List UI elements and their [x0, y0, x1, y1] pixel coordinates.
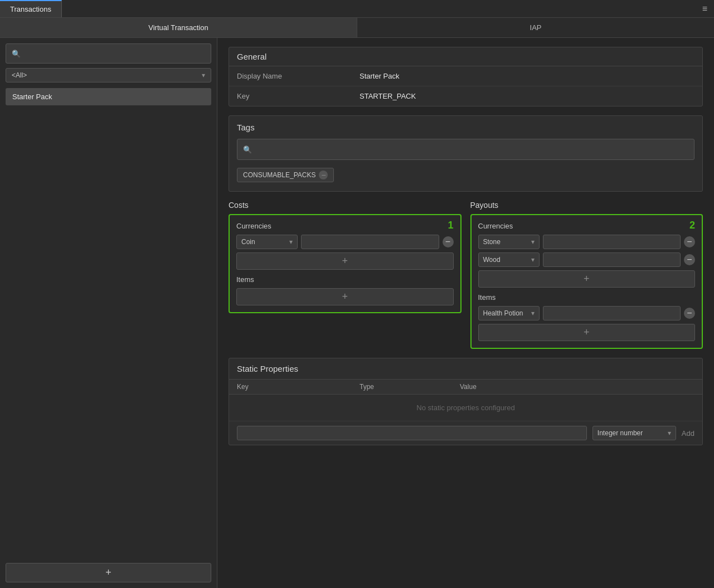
costs-block: Costs 1 Currencies Coin ▾ [229, 201, 462, 349]
payouts-item-amount-0[interactable]: 10 [543, 306, 681, 320]
general-section: General Display Name Starter Pack Key [229, 47, 703, 106]
costs-label: Costs [229, 201, 462, 210]
payouts-item-row-0: Health Potion ▾ 10 − [478, 306, 696, 320]
payouts-block: Payouts 2 Currencies Stone ▾ [470, 201, 703, 349]
chevron-down-icon: ▾ [531, 256, 535, 264]
tag-chip-label: CONSUMABLE_PACKS [243, 171, 315, 179]
static-add-button[interactable]: Add [682, 429, 694, 438]
display-name-value: Starter Pack [352, 66, 702, 86]
static-col-value-header: Value [452, 383, 702, 391]
payouts-currency-select-1[interactable]: Wood ▾ [478, 252, 540, 267]
search-icon: 🔍 [12, 50, 21, 58]
general-section-title: General [229, 47, 702, 66]
payouts-label: Payouts [470, 201, 703, 210]
costs-currency-amount-0[interactable]: 100 [301, 235, 439, 249]
tags-section: Tags 🔍 CONSUMABLE_PACKS − [229, 115, 703, 192]
static-empty-message: No static properties configured [229, 395, 702, 421]
costs-currency-row-0: Coin ▾ 100 − [236, 235, 454, 249]
costs-block-number: 1 [448, 220, 453, 231]
tag-chip-consumable-packs: CONSUMABLE_PACKS − [237, 168, 334, 182]
costs-items-add-button[interactable]: + [236, 288, 454, 305]
chevron-down-icon: ▾ [668, 429, 671, 437]
payouts-currency-row-0: Stone ▾ 5000 − [478, 235, 696, 249]
sidebar-footer: + [6, 563, 211, 582]
sidebar-filter[interactable]: <All> ▾ [6, 68, 211, 82]
main-layout: 🔍 <All> ▾ Starter Pack + General Di [0, 38, 714, 588]
static-properties-title: Static Properties [229, 358, 702, 380]
tags-section-title: Tags [237, 123, 694, 132]
general-row-display-name: Display Name Starter Pack [229, 66, 702, 86]
static-properties-section: Static Properties Key Type Value No stat… [229, 358, 703, 445]
costs-currency-remove-0[interactable]: − [443, 236, 454, 247]
title-bar: Transactions ≡ [0, 0, 714, 18]
sidebar-search-input[interactable] [24, 47, 205, 60]
chevron-down-icon: ▾ [202, 71, 205, 79]
transactions-tab[interactable]: Transactions [0, 0, 62, 17]
payouts-inner: 2 Currencies Stone ▾ 5000 − [470, 214, 703, 349]
static-footer: Integer number ▾ Add [229, 421, 702, 445]
sidebar-item-starter-pack[interactable]: Starter Pack [6, 88, 211, 105]
title-bar-menu[interactable]: ≡ [702, 0, 714, 17]
display-name-label: Display Name [229, 66, 352, 86]
sidebar-search-container: 🔍 [6, 43, 211, 64]
payouts-item-remove-0[interactable]: − [684, 308, 695, 319]
tag-remove-button[interactable]: − [319, 171, 328, 179]
payouts-currency-add-button[interactable]: + [478, 270, 696, 288]
payouts-block-number: 2 [689, 220, 695, 231]
tab-iap[interactable]: IAP [357, 18, 714, 37]
payouts-currency-remove-1[interactable]: − [684, 254, 695, 265]
tags-search-input[interactable] [255, 143, 688, 156]
costs-currency-add-button[interactable]: + [236, 252, 454, 270]
payouts-currency-select-0[interactable]: Stone ▾ [478, 235, 540, 249]
costs-payouts-row: Costs 1 Currencies Coin ▾ [229, 201, 703, 349]
chevron-down-icon: ▾ [531, 309, 535, 317]
payouts-currency-row-1: Wood ▾ 10000 − [478, 252, 696, 267]
add-transaction-button[interactable]: + [6, 563, 211, 582]
general-row-key: Key STARTER_PACK [229, 86, 702, 106]
main-content: General Display Name Starter Pack Key [217, 38, 714, 588]
static-table-header: Key Type Value [229, 380, 702, 395]
static-type-select[interactable]: Integer number ▾ [592, 426, 676, 440]
main-tabs: Virtual Transaction IAP [0, 18, 714, 38]
sidebar: 🔍 <All> ▾ Starter Pack + [0, 38, 217, 588]
static-col-key-header: Key [229, 383, 352, 391]
tags-search-icon: 🔍 [243, 145, 252, 154]
sidebar-item-label: Starter Pack [12, 93, 52, 101]
menu-icon: ≡ [702, 4, 707, 14]
filter-value: <All> [12, 71, 27, 79]
general-table: Display Name Starter Pack Key STARTER_PA… [229, 66, 702, 106]
payouts-currency-amount-1[interactable]: 10000 [543, 252, 681, 267]
chevron-down-icon: ▾ [531, 238, 535, 246]
title-tab-label: Transactions [10, 5, 51, 13]
payouts-currency-remove-0[interactable]: − [684, 236, 695, 247]
chevron-down-icon: ▾ [289, 238, 293, 246]
costs-inner: 1 Currencies Coin ▾ 100 − [229, 214, 462, 313]
key-label: Key [229, 86, 352, 106]
tags-chips: CONSUMABLE_PACKS − [237, 166, 694, 184]
tab-virtual-transaction[interactable]: Virtual Transaction [0, 18, 357, 37]
payouts-currency-amount-0[interactable]: 5000 [543, 235, 681, 249]
payouts-items-title: Items [478, 293, 696, 302]
tags-search-container: 🔍 [237, 139, 694, 160]
static-col-type-header: Type [352, 383, 452, 391]
static-key-input[interactable] [237, 426, 587, 440]
payouts-item-select-0[interactable]: Health Potion ▾ [478, 306, 540, 320]
costs-currencies-title: Currencies [236, 222, 454, 230]
payouts-items-add-button[interactable]: + [478, 324, 696, 341]
costs-currency-select-0[interactable]: Coin ▾ [236, 235, 298, 249]
key-value: STARTER_PACK [352, 86, 702, 106]
payouts-currencies-title: Currencies [478, 222, 696, 230]
costs-items-title: Items [236, 275, 454, 284]
